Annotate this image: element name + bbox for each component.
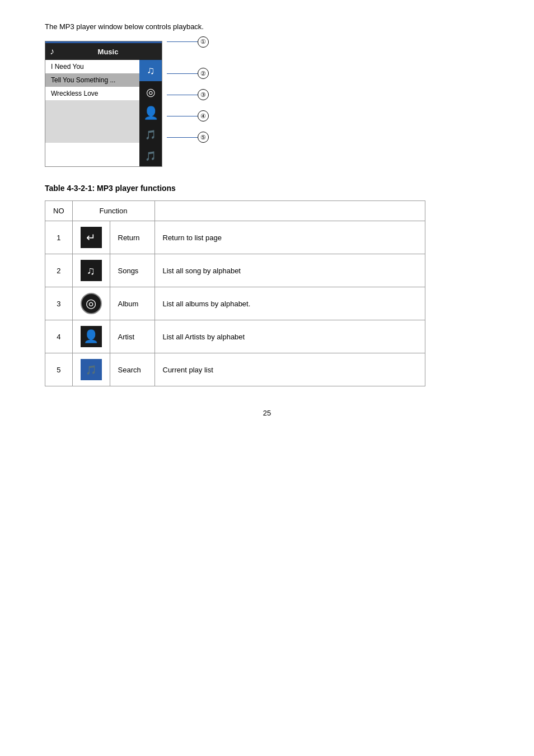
row-description: Current play list — [154, 353, 425, 386]
col-description — [154, 201, 425, 221]
player-mockup: ♪ Music I Need You Tell You Something ..… — [45, 41, 489, 167]
album-button[interactable]: ◎ — [139, 81, 162, 102]
row-function: Album — [110, 287, 154, 320]
player-list: I Need You Tell You Something ... Wreckl… — [45, 60, 139, 166]
row-description: Return to list page — [154, 221, 425, 254]
anno-row-3: ③ — [167, 84, 209, 105]
anno-spacer-header — [167, 43, 209, 63]
row-icon: ↵ — [72, 221, 110, 254]
songs-button[interactable]: ♫ — [139, 60, 162, 81]
row-no: 1 — [45, 221, 73, 254]
table-row: 2 ♫ Songs List all song by alphabet — [45, 254, 425, 287]
row-function: Search — [110, 353, 154, 386]
row-no: 3 — [45, 287, 73, 320]
list-item-1: I Need You — [45, 60, 139, 73]
col-no: NO — [45, 201, 73, 221]
row-icon: 👤 — [72, 320, 110, 353]
row-description: List all song by alphabet — [154, 254, 425, 287]
anno-line-2 — [167, 73, 198, 74]
row-no: 5 — [45, 353, 73, 386]
table-row: 5 🎵 Search Current play list — [45, 353, 425, 386]
row-icon: ♫ — [72, 254, 110, 287]
row-description: List all albums by alphabet. — [154, 287, 425, 320]
col-function: Function — [72, 201, 154, 221]
player-buttons: ♫ ◎ 👤 🎵 🎵 — [139, 60, 162, 166]
anno-line-1 — [167, 41, 198, 42]
player-body: I Need You Tell You Something ... Wreckl… — [45, 60, 162, 166]
row-no: 2 — [45, 254, 73, 287]
row-icon: ◎ — [72, 287, 110, 320]
anno-circle-4: ④ — [198, 110, 209, 122]
extra-button[interactable]: 🎵 — [139, 145, 162, 166]
intro-text: The MP3 player window below controls pla… — [45, 22, 489, 31]
anno-line-3 — [167, 95, 198, 95]
row-function: Artist — [110, 320, 154, 353]
player-header: ♪ Music — [45, 43, 162, 60]
annotations: ① ② ③ ④ ⑤ — [167, 41, 209, 148]
row-function: Return — [110, 221, 154, 254]
list-item-empty-1 — [45, 100, 139, 122]
page-number: 25 — [45, 409, 489, 417]
table-row: 4 👤 Artist List all Artists by alphabet — [45, 320, 425, 353]
list-item-2: Tell You Something ... — [45, 73, 139, 87]
list-item-empty-2 — [45, 122, 139, 143]
anno-line-4 — [167, 116, 198, 116]
row-function: Songs — [110, 254, 154, 287]
functions-table: NO Function 1 ↵ Return Return to list pa… — [45, 200, 425, 386]
table-row: 1 ↵ Return Return to list page — [45, 221, 425, 254]
header-icon: ♪ — [50, 46, 54, 57]
artist-button[interactable]: 👤 — [139, 102, 162, 124]
row-no: 4 — [45, 320, 73, 353]
table-title: Table 4-3-2-1: MP3 player functions — [45, 184, 489, 193]
anno-line-5 — [167, 137, 198, 138]
table-row: 3 ◎ Album List all albums by alphabet. — [45, 287, 425, 320]
anno-row-4: ④ — [167, 105, 209, 127]
list-item-3: Wreckless Love — [45, 87, 139, 100]
anno-row-2: ② — [167, 63, 209, 84]
table-header-row: NO Function — [45, 201, 425, 221]
header-title: Music — [59, 48, 157, 56]
row-icon: 🎵 — [72, 353, 110, 386]
anno-circle-2: ② — [198, 68, 209, 79]
anno-circle-5: ⑤ — [198, 132, 209, 143]
mp3-player: ♪ Music I Need You Tell You Something ..… — [45, 41, 162, 167]
search-button[interactable]: 🎵 — [139, 124, 162, 145]
anno-row-5: ⑤ — [167, 127, 209, 148]
anno-circle-3: ③ — [198, 89, 209, 100]
row-description: List all Artists by alphabet — [154, 320, 425, 353]
